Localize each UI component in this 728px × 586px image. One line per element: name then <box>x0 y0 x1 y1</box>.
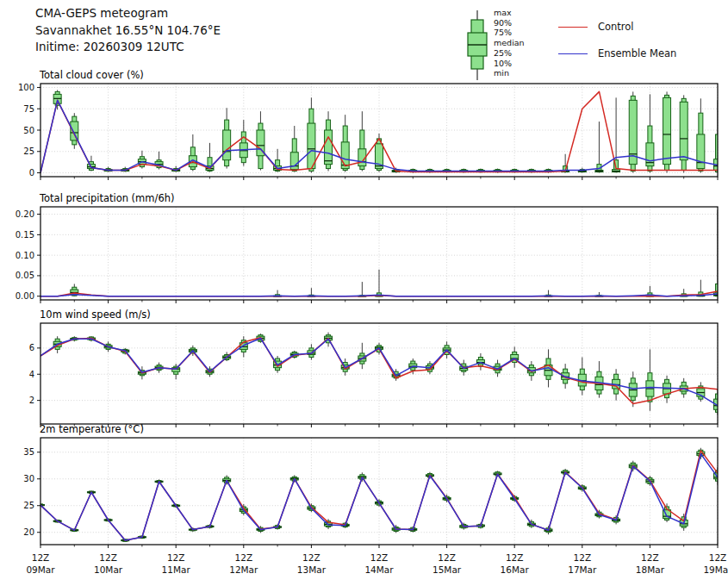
total-cloud-cover-title: Total cloud cover (%) <box>39 69 144 81</box>
svg-text:0.05: 0.05 <box>16 271 34 280</box>
svg-text:11Mar: 11Mar <box>162 564 191 575</box>
svg-text:12Z: 12Z <box>574 552 592 563</box>
svg-text:12Z: 12Z <box>99 552 117 563</box>
svg-text:16Mar: 16Mar <box>501 564 530 575</box>
svg-text:0.10: 0.10 <box>16 251 34 260</box>
svg-text:2: 2 <box>29 396 34 405</box>
total-precipitation-title: Total precipitation (mm/6h) <box>39 192 174 204</box>
svg-text:12Z: 12Z <box>370 552 389 563</box>
temperature-2m-panel: 202530352m temperature (°C) <box>23 423 721 548</box>
x-axis-labels: 12Z09Mar12Z10Mar12Z11Mar12Z12Mar12Z13Mar… <box>26 552 728 575</box>
total-cloud-cover-panel: 0255075100Total cloud cover (%) <box>18 69 722 180</box>
svg-text:18Mar: 18Mar <box>636 564 665 575</box>
svg-text:12Z: 12Z <box>641 552 659 563</box>
svg-text:25: 25 <box>23 501 34 510</box>
svg-text:13Mar: 13Mar <box>297 564 327 575</box>
meteogram-chart: 0255075100Total cloud cover (%)0.000.050… <box>0 0 728 586</box>
svg-text:19Mar: 19Mar <box>703 564 728 575</box>
svg-text:20: 20 <box>23 527 34 537</box>
svg-text:75: 75 <box>23 104 34 114</box>
svg-text:12Z: 12Z <box>438 552 456 563</box>
temperature-2m-title: 2m temperature (°C) <box>40 423 144 435</box>
svg-text:35: 35 <box>23 447 34 457</box>
svg-text:30: 30 <box>23 474 34 483</box>
wind-speed-10m-title: 10m wind speed (m/s) <box>40 309 151 321</box>
svg-text:4: 4 <box>29 370 34 379</box>
svg-text:12Z: 12Z <box>32 552 50 563</box>
svg-text:25: 25 <box>23 146 34 156</box>
svg-text:17Mar: 17Mar <box>568 564 597 575</box>
svg-text:15Mar: 15Mar <box>432 564 462 575</box>
svg-text:12Z: 12Z <box>235 552 253 563</box>
svg-text:12Z: 12Z <box>506 552 524 563</box>
svg-text:12Z: 12Z <box>167 552 185 563</box>
svg-text:100: 100 <box>18 83 34 92</box>
svg-text:50: 50 <box>23 126 34 135</box>
svg-text:12Mar: 12Mar <box>229 564 258 575</box>
total-precipitation-panel: 0.000.050.100.150.20Total precipitation … <box>16 192 722 303</box>
svg-text:0.15: 0.15 <box>16 230 34 240</box>
svg-text:0.20: 0.20 <box>16 209 34 219</box>
svg-text:12Z: 12Z <box>709 552 727 563</box>
wind-speed-10m-panel: 24610m wind speed (m/s) <box>29 309 722 427</box>
svg-text:6: 6 <box>29 343 34 352</box>
svg-text:0.00: 0.00 <box>16 291 34 301</box>
svg-text:12Z: 12Z <box>302 552 320 563</box>
svg-text:0: 0 <box>29 168 34 178</box>
svg-text:14Mar: 14Mar <box>364 564 394 575</box>
svg-text:10Mar: 10Mar <box>94 564 123 575</box>
svg-text:09Mar: 09Mar <box>26 564 55 575</box>
